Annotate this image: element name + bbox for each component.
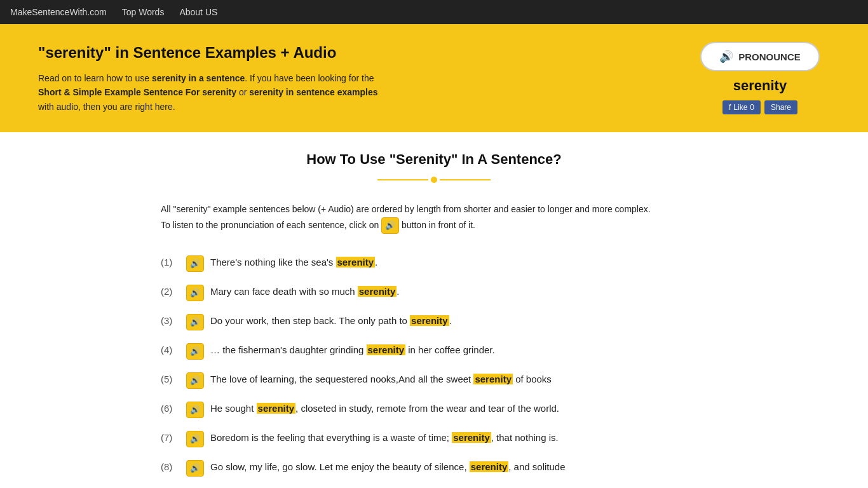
nav-about-us[interactable]: About US (179, 7, 217, 17)
hero-text-block: "serenity" in Sentence Examples + Audio … (38, 43, 394, 114)
fb-like-count: 0 (750, 103, 754, 112)
sentence-audio-button[interactable]: 🔊 (186, 343, 204, 360)
highlight-word: serenity (358, 286, 397, 297)
highlight-word: serenity (367, 344, 406, 355)
speaker-icon: 🔊 (190, 346, 200, 356)
hero-description: Read on to learn how to use serenity in … (38, 71, 394, 114)
list-item: (2) 🔊 Mary can face death with so much s… (161, 278, 707, 308)
highlight-word: serenity (410, 315, 449, 326)
list-item: (7) 🔊 Boredom is the feeling that everyt… (161, 424, 707, 454)
sentence-num: (4) (161, 343, 180, 358)
highlight-word: serenity (473, 374, 513, 384)
highlight-word: serenity (257, 403, 296, 414)
divider-line-right (440, 179, 491, 180)
speaker-icon: 🔊 (719, 50, 733, 64)
list-item: (8) 🔊 Go slow, my life, go slow. Let me … (161, 454, 707, 483)
sentence-text: Do your work, then step back. The only p… (210, 314, 707, 329)
list-item: (6) 🔊 He sought serenity, closeted in st… (161, 395, 707, 424)
word-display: serenity (733, 78, 787, 94)
speaker-icon: 🔊 (190, 288, 200, 297)
pronounce-button[interactable]: 🔊 PRONOUNCE (700, 42, 820, 71)
sentence-text: Go slow, my life, go slow. Let me enjoy … (210, 460, 707, 475)
sentence-audio-button[interactable]: 🔊 (186, 460, 204, 477)
list-item: (4) 🔊 … the fisherman's daughter grindin… (161, 337, 707, 366)
list-item: (5) 🔊 The love of learning, the sequeste… (161, 366, 707, 395)
list-item: (3) 🔊 Do your work, then step back. The … (161, 308, 707, 337)
sentence-num: (2) (161, 285, 180, 299)
sentence-audio-button[interactable]: 🔊 (186, 314, 204, 330)
navbar: MakeSentenceWith.com Top Words About US (0, 0, 868, 24)
list-item: (1) 🔊 There's nothing like the sea's ser… (161, 249, 707, 278)
fb-icon: f (729, 103, 731, 112)
speaker-icon: 🔊 (190, 317, 200, 327)
sentence-audio-button[interactable]: 🔊 (186, 285, 204, 301)
sentence-text: There's nothing like the sea's serenity. (210, 255, 707, 270)
sentence-text: … the fisherman's daughter grinding sere… (210, 343, 707, 358)
speaker-icon: 🔊 (190, 463, 200, 473)
fb-like-label: Like (733, 103, 747, 112)
sentences-list: (1) 🔊 There's nothing like the sea's ser… (161, 249, 707, 483)
sentence-text: The love of learning, the sequestered no… (210, 372, 707, 387)
sentence-num: (7) (161, 431, 180, 445)
sentence-audio-button[interactable]: 🔊 (186, 255, 204, 272)
highlight-word: serenity (336, 257, 376, 268)
fb-like-button[interactable]: f Like 0 (722, 100, 761, 114)
intro-paragraph: All "serenity" example sentences below (… (161, 202, 707, 234)
divider-line-left (377, 179, 428, 180)
divider-dot (431, 177, 437, 183)
sentence-text: Mary can face death with so much serenit… (210, 285, 707, 299)
section-divider (161, 177, 707, 183)
speaker-inline-icon: 🔊 (385, 220, 395, 230)
speaker-icon: 🔊 (190, 405, 200, 414)
hero-right-block: 🔊 PRONOUNCE serenity f Like 0 Share (690, 42, 830, 114)
sentence-text: He sought serenity, closeted in study, r… (210, 402, 707, 416)
sentence-text: Boredom is the feeling that everything i… (210, 431, 707, 445)
speaker-icon: 🔊 (190, 376, 200, 385)
sentence-num: (6) (161, 402, 180, 416)
speaker-icon: 🔊 (190, 434, 200, 444)
section-title: How To Use "Serenity" In A Sentence? (161, 151, 707, 168)
hero-title: "serenity" in Sentence Examples + Audio (38, 43, 394, 62)
nav-site-name[interactable]: MakeSentenceWith.com (10, 7, 107, 17)
main-content: How To Use "Serenity" In A Sentence? All… (148, 132, 720, 488)
hero-banner: "serenity" in Sentence Examples + Audio … (0, 24, 868, 132)
sentence-audio-button[interactable]: 🔊 (186, 402, 204, 418)
sentence-audio-button[interactable]: 🔊 (186, 431, 204, 447)
pronounce-label: PRONOUNCE (738, 51, 801, 62)
social-buttons: f Like 0 Share (722, 100, 797, 114)
fb-share-button[interactable]: Share (764, 100, 797, 114)
sentence-audio-button[interactable]: 🔊 (186, 372, 204, 389)
highlight-word: serenity (470, 461, 509, 472)
inline-audio-button[interactable]: 🔊 (381, 217, 399, 234)
highlight-word: serenity (452, 432, 491, 443)
sentence-num: (5) (161, 372, 180, 387)
sentence-num: (3) (161, 314, 180, 329)
sentence-num: (1) (161, 255, 180, 270)
sentence-num: (8) (161, 460, 180, 475)
speaker-icon: 🔊 (190, 259, 200, 268)
nav-top-words[interactable]: Top Words (122, 7, 165, 17)
